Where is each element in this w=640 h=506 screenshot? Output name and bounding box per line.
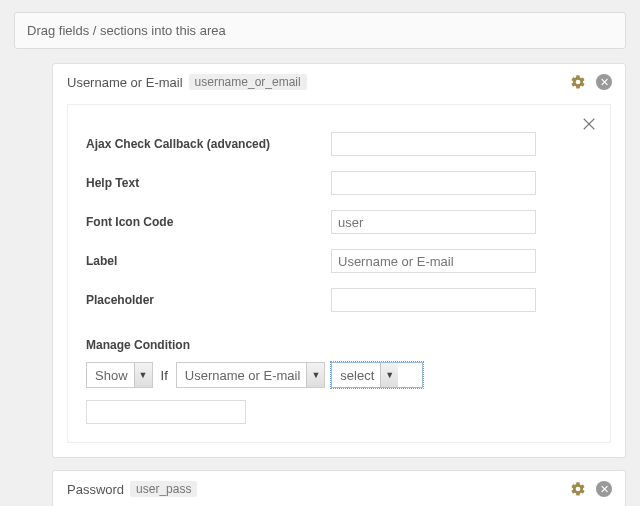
condition-action-select[interactable]: Show ▼ bbox=[86, 362, 153, 388]
dropzone[interactable]: Drag fields / sections into this area bbox=[14, 12, 626, 49]
field-title: Password bbox=[67, 482, 124, 497]
chevron-down-icon: ▼ bbox=[134, 363, 152, 387]
field-header[interactable]: Password user_pass ✕ bbox=[53, 471, 625, 506]
gear-icon[interactable] bbox=[569, 73, 587, 91]
input-font-icon[interactable] bbox=[331, 210, 536, 234]
if-text: If bbox=[159, 368, 170, 383]
remove-field-button[interactable]: ✕ bbox=[595, 480, 613, 498]
label-ajax: Ajax Check Callback (advanced) bbox=[86, 137, 331, 151]
remove-field-button[interactable]: ✕ bbox=[595, 73, 613, 91]
chevron-down-icon: ▼ bbox=[306, 363, 324, 387]
gear-icon[interactable] bbox=[569, 480, 587, 498]
input-label[interactable] bbox=[331, 249, 536, 273]
field-title: Username or E-mail bbox=[67, 75, 183, 90]
close-config-button[interactable] bbox=[580, 115, 598, 136]
close-icon: ✕ bbox=[596, 481, 612, 497]
input-placeholder[interactable] bbox=[331, 288, 536, 312]
field-header[interactable]: Username or E-mail username_or_email ✕ bbox=[53, 64, 625, 100]
field-slug: user_pass bbox=[130, 481, 197, 497]
label-font-icon: Font Icon Code bbox=[86, 215, 331, 229]
field-block-username: Username or E-mail username_or_email ✕ A… bbox=[52, 63, 626, 458]
condition-value-input[interactable] bbox=[86, 400, 246, 424]
input-help[interactable] bbox=[331, 171, 536, 195]
input-ajax[interactable] bbox=[331, 132, 536, 156]
field-config-panel: Ajax Check Callback (advanced) Help Text… bbox=[67, 104, 611, 443]
dropzone-text: Drag fields / sections into this area bbox=[27, 23, 226, 38]
label-placeholder: Placeholder bbox=[86, 293, 331, 307]
close-icon: ✕ bbox=[596, 74, 612, 90]
field-slug: username_or_email bbox=[189, 74, 307, 90]
condition-operator-select[interactable]: select ▼ bbox=[331, 362, 423, 388]
condition-heading: Manage Condition bbox=[86, 338, 592, 352]
chevron-down-icon: ▼ bbox=[380, 363, 398, 387]
label-label: Label bbox=[86, 254, 331, 268]
label-help: Help Text bbox=[86, 176, 331, 190]
condition-field-select[interactable]: Username or E-mail ▼ bbox=[176, 362, 326, 388]
field-block-password: Password user_pass ✕ bbox=[52, 470, 626, 506]
condition-row: Show ▼ If Username or E-mail ▼ select ▼ bbox=[86, 362, 592, 388]
